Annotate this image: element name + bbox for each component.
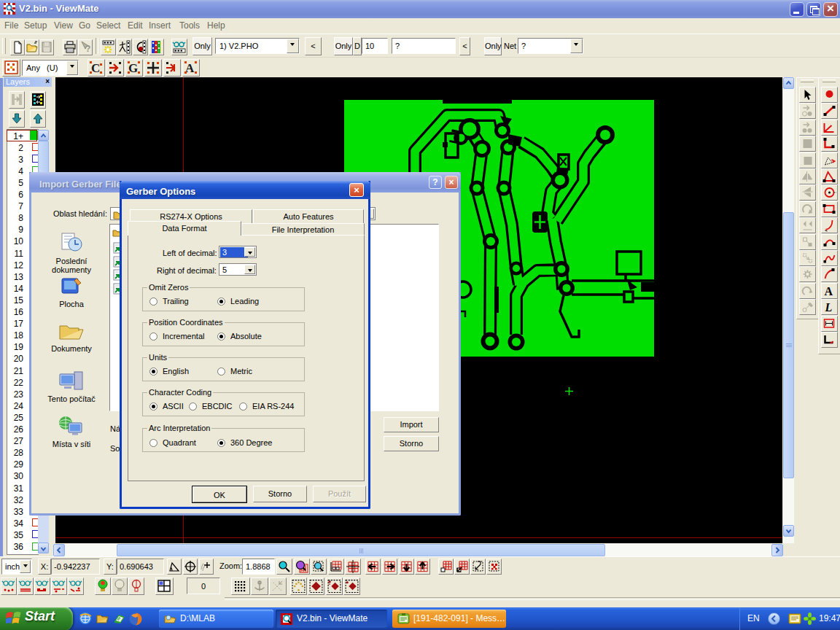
svg-text:L: L xyxy=(825,301,833,314)
svg-text:A: A xyxy=(825,285,833,298)
svg-text:?: ? xyxy=(85,44,90,54)
svg-text:s: s xyxy=(328,580,330,586)
svg-text:C: C xyxy=(91,61,100,75)
